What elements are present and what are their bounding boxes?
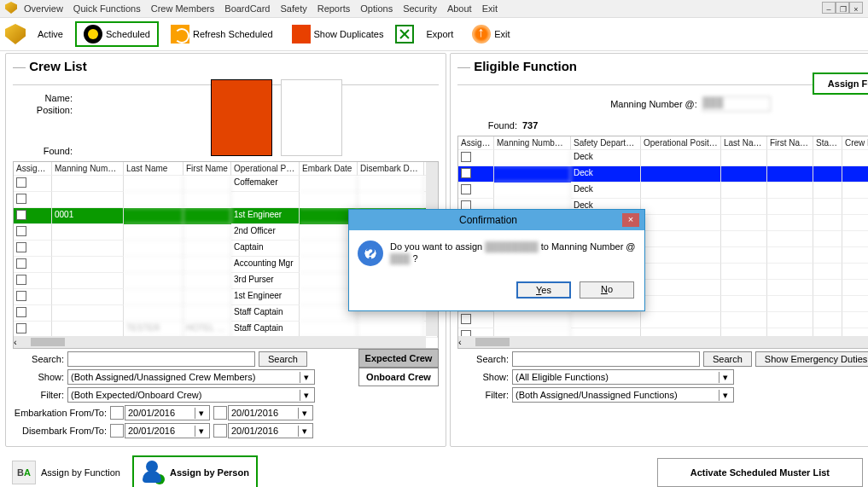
assigned-checkbox[interactable] [461, 314, 471, 324]
confirmation-dialog: Confirmation × ? Do you want to assign █… [348, 209, 645, 311]
embark-from-date[interactable]: 20/01/2016▾ [125, 405, 210, 420]
disembark-from-date[interactable]: 20/01/2016▾ [125, 423, 210, 438]
menu-about[interactable]: About [444, 2, 475, 15]
exit-button[interactable]: Exit [465, 23, 516, 45]
onboard-crew-button[interactable]: Onboard Crew [358, 368, 439, 386]
assigned-checkbox[interactable] [16, 194, 26, 204]
menu-boardcard[interactable]: BoardCard [221, 2, 273, 15]
expected-crew-button[interactable]: Expected Crew [358, 349, 439, 368]
crew-show-select[interactable]: (Both Assigned/Unassigned Crew Members)▾ [67, 369, 315, 385]
eligible-search-input[interactable] [512, 351, 700, 367]
refresh-icon [171, 25, 189, 43]
assigned-checkbox[interactable] [16, 323, 26, 333]
crew-search-label: Search: [13, 354, 64, 364]
eligible-show-select[interactable]: (All Eligible Functions)▾ [512, 369, 734, 385]
chevron-down-icon: ▾ [300, 372, 312, 383]
assign-by-function-label: Assign by Function [41, 467, 120, 478]
menu-security[interactable]: Security [399, 2, 440, 15]
crew-search-button[interactable]: Search [259, 351, 307, 367]
crew-search-input[interactable] [67, 351, 255, 367]
assign-function-button[interactable]: Assign Function [813, 72, 868, 95]
calendar-icon[interactable] [213, 424, 227, 438]
eligible-table-header: Assigned Manning Number @ Safety Departm… [458, 136, 868, 150]
menu-overview[interactable]: Overview [20, 2, 67, 15]
assigned-checkbox[interactable] [16, 307, 26, 317]
dialog-message: Do you want to assign ████████ to Mannin… [390, 241, 636, 266]
eligible-filter-label: Filter: [457, 390, 509, 400]
position-label: Position: [13, 105, 73, 115]
toolbar: Active Scheduled Refresh Scheduled Show … [0, 18, 868, 51]
restore-button[interactable]: ❐ [836, 2, 849, 14]
menu-safety[interactable]: Safety [277, 2, 311, 15]
excel-export-icon[interactable] [395, 25, 414, 43]
scheduled-button[interactable]: Scheduled [75, 21, 159, 47]
calendar-icon[interactable] [110, 406, 124, 420]
menu-bar: Overview Quick Functions Crew Members Bo… [0, 0, 868, 18]
menu-exit[interactable]: Exit [479, 2, 501, 15]
manning-number-label: Manning Number @: [610, 99, 697, 109]
footer: BA Assign by Function Assign by Person A… [0, 452, 868, 487]
crew-photo [211, 79, 272, 156]
assigned-checkbox[interactable] [16, 242, 26, 252]
scheduled-label: Scheduled [106, 29, 150, 39]
menu-options[interactable]: Options [357, 2, 396, 15]
assigned-checkbox[interactable] [16, 177, 26, 188]
table-row[interactable]: Deck [458, 150, 868, 166]
eligible-show-label: Show: [457, 372, 509, 382]
dialog-title: Confirmation [354, 214, 622, 226]
crew-toggle: Expected Crew Onboard Crew [358, 349, 439, 441]
table-row[interactable]: O [14, 192, 438, 208]
chevron-down-icon: ▾ [719, 390, 731, 401]
assigned-checkbox[interactable] [16, 291, 26, 301]
table-row[interactable]: Deck [458, 183, 868, 199]
disembark-to-date[interactable]: 20/01/2016▾ [228, 423, 313, 438]
assigned-checkbox[interactable] [16, 275, 26, 285]
assigned-checkbox[interactable] [16, 258, 26, 269]
table-row[interactable] [458, 312, 868, 328]
calendar-icon[interactable] [110, 424, 124, 438]
embark-to-date[interactable]: 20/01/2016▾ [228, 405, 313, 420]
assigned-checkbox[interactable] [461, 152, 471, 162]
eligible-search-button[interactable]: Search [703, 351, 752, 367]
crew-hscroll[interactable]: ‹ [14, 336, 426, 348]
table-row[interactable]: Coffemaker [14, 176, 438, 192]
dialog-titlebar[interactable]: Confirmation × [349, 210, 644, 230]
eligible-hscroll[interactable]: ‹ [458, 336, 868, 348]
export-label: Export [426, 29, 453, 39]
assigned-checkbox[interactable] [461, 168, 471, 178]
eligible-found-value: 737 [522, 120, 538, 130]
assign-by-function-button[interactable]: BA Assign by Function [5, 457, 127, 487]
assign-by-person-button[interactable]: Assign by Person [132, 455, 258, 487]
assigned-checkbox[interactable] [461, 184, 471, 194]
calendar-icon[interactable] [213, 406, 227, 420]
minimize-button[interactable]: – [822, 2, 836, 14]
crew-filter-select[interactable]: (Both Expected/Onboard Crew)▾ [67, 387, 315, 403]
table-row[interactable]: Deck [458, 166, 868, 183]
export-button[interactable]: Export [419, 27, 460, 41]
show-emergency-duties-button[interactable]: Show Emergency Duties [755, 351, 868, 367]
menu-crew-members[interactable]: Crew Members [148, 2, 218, 15]
activate-scheduled-muster-button[interactable]: Activate Scheduled Muster List [657, 458, 863, 487]
menu-reports[interactable]: Reports [314, 2, 354, 15]
name-label: Name: [13, 93, 73, 103]
eligible-filter-select[interactable]: (Both Assigned/Unassigned Functions)▾ [512, 387, 734, 403]
show-duplicates-label: Show Duplicates [314, 29, 384, 39]
embark-label: Embarkation From/To: [13, 408, 107, 418]
menu-quick-functions[interactable]: Quick Functions [70, 2, 144, 15]
plus-icon [154, 474, 165, 484]
refresh-scheduled-button[interactable]: Refresh Scheduled [164, 23, 280, 45]
show-duplicates-button[interactable]: Show Duplicates [285, 23, 391, 45]
assigned-checkbox[interactable] [16, 226, 26, 236]
assigned-checkbox[interactable] [16, 210, 26, 220]
crew-show-label: Show: [13, 372, 64, 382]
assign-by-function-icon: BA [12, 461, 36, 484]
dialog-yes-button[interactable]: Yes [516, 281, 571, 299]
dialog-close-button[interactable]: × [622, 213, 639, 227]
close-window-button[interactable]: × [849, 2, 863, 14]
active-button[interactable]: Active [31, 27, 70, 41]
question-icon: ? [358, 241, 383, 266]
manning-number-value: ███ [702, 96, 771, 112]
disembark-label: Disembark From/To: [13, 426, 107, 436]
dialog-no-button[interactable]: No [580, 281, 634, 299]
refresh-label: Refresh Scheduled [193, 29, 273, 39]
